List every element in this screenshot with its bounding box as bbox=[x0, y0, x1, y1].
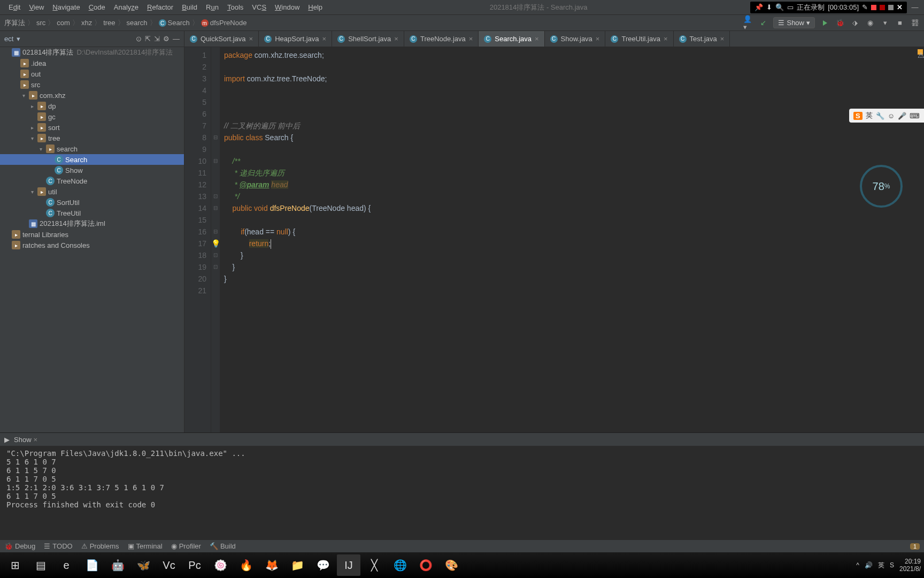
sync-icon[interactable]: ↙ bbox=[758, 18, 768, 28]
record-marker-icon[interactable] bbox=[888, 5, 894, 10]
crumb-method[interactable]: mdfsPreNode bbox=[201, 19, 247, 27]
ime-keyboard-icon[interactable]: ⌨ bbox=[910, 112, 920, 120]
run-button[interactable] bbox=[820, 18, 830, 28]
taskbar-app[interactable]: ⊞ bbox=[3, 554, 27, 576]
taskbar-app[interactable]: 🍥 bbox=[209, 554, 232, 576]
tree-row[interactable]: ▾▸tree bbox=[0, 133, 184, 143]
tree-row[interactable]: ▸.idea bbox=[0, 58, 184, 69]
tree-row[interactable]: CSortUtil bbox=[0, 197, 184, 208]
performance-gauge[interactable]: 78% bbox=[860, 165, 903, 208]
tree-row[interactable]: ▾▸util bbox=[0, 186, 184, 197]
tree-row[interactable]: ▸ratches and Consoles bbox=[0, 240, 184, 250]
taskbar-app[interactable]: ╳ bbox=[363, 554, 386, 576]
crumb-com[interactable]: com bbox=[57, 19, 70, 27]
editor-tab[interactable]: CTreeNode.java× bbox=[404, 31, 479, 47]
crumb-tree[interactable]: tree bbox=[103, 19, 115, 27]
taskbar-app[interactable]: e bbox=[55, 554, 78, 576]
ime-toolbar[interactable]: S 英 🔧 ☺ 🎤 ⌨ bbox=[849, 109, 924, 123]
menu-help[interactable]: Help bbox=[304, 3, 327, 11]
editor-tabs[interactable]: CQuickSort.java×CHeapSort.java×CShellSor… bbox=[184, 31, 924, 47]
toolwin-debug[interactable]: 🐞 Debug bbox=[4, 542, 35, 550]
close-icon[interactable]: × bbox=[249, 35, 253, 43]
line-number-gutter[interactable]: 123456789101112131415161718192021 bbox=[184, 47, 211, 432]
tree-row[interactable]: CShow bbox=[0, 165, 184, 176]
taskbar-app[interactable]: 🦊 bbox=[260, 554, 283, 576]
tree-row[interactable]: ▾▸com.xhz bbox=[0, 90, 184, 101]
ime-tool-icon[interactable]: 🔧 bbox=[876, 112, 884, 120]
menu-vcs[interactable]: VCS bbox=[248, 3, 271, 11]
tree-row[interactable]: ▸▸sort bbox=[0, 122, 184, 133]
windows-taskbar[interactable]: ⊞▤e📄🤖🦋VcPc🍥🔥🦊📁💬IJ╳🌐⭕🎨 ^ 🔊 英 S 20:19 2021… bbox=[0, 552, 924, 578]
taskbar-app[interactable]: 🌐 bbox=[388, 554, 412, 576]
menu-edit[interactable]: Edit bbox=[4, 3, 25, 11]
user-icon[interactable]: 👤▾ bbox=[743, 18, 753, 28]
tray-sogou[interactable]: S bbox=[890, 561, 894, 569]
taskbar-app[interactable]: Vc bbox=[157, 554, 181, 576]
close-icon[interactable]: × bbox=[664, 35, 668, 43]
code-area[interactable]: ⚠ package com.xhz.tree.search;import com… bbox=[220, 47, 924, 432]
editor-tab[interactable]: CQuickSort.java× bbox=[184, 31, 259, 47]
project-view-selector[interactable]: ect bbox=[4, 35, 13, 43]
tree-row[interactable]: CSearch bbox=[0, 154, 184, 165]
tree-row[interactable]: ▾▸search bbox=[0, 143, 184, 154]
taskbar-app[interactable]: 🦋 bbox=[132, 554, 155, 576]
taskbar-app[interactable]: 📄 bbox=[80, 554, 104, 576]
expand-all-icon[interactable]: ⇱ bbox=[145, 35, 151, 43]
tree-row[interactable]: ▦021814排序算法D:\DevInstall\2021814排序算法 bbox=[0, 47, 184, 58]
close-icon[interactable]: × bbox=[720, 35, 725, 43]
tray-sound-icon[interactable]: 🔊 bbox=[865, 561, 873, 569]
intention-bulb-icon[interactable]: 💡 bbox=[211, 238, 220, 249]
taskbar-clock[interactable]: 20:19 2021/8/ bbox=[899, 558, 921, 573]
taskbar-app[interactable]: 🔥 bbox=[234, 554, 258, 576]
tree-row[interactable]: CTreeUtil bbox=[0, 208, 184, 218]
tray-ime[interactable]: 英 bbox=[878, 561, 884, 570]
stop-button[interactable]: ■ bbox=[895, 18, 905, 28]
menu-refactor[interactable]: Refactor bbox=[143, 3, 178, 11]
taskbar-app[interactable]: 📁 bbox=[286, 554, 309, 576]
crumb-search[interactable]: search bbox=[127, 19, 148, 27]
tree-row[interactable]: ▸out bbox=[0, 69, 184, 79]
record-stop-icon[interactable] bbox=[880, 5, 885, 10]
console-tab[interactable]: Show × bbox=[14, 436, 37, 444]
taskbar-app[interactable]: 🤖 bbox=[106, 554, 129, 576]
close-icon[interactable]: × bbox=[596, 35, 600, 43]
warning-stripe-icon[interactable]: ⚠ bbox=[918, 49, 923, 55]
toolwin-profiler[interactable]: ◉ Profiler bbox=[171, 542, 201, 550]
taskbar-app[interactable]: 🎨 bbox=[440, 554, 463, 576]
crumb-xhz[interactable]: xhz bbox=[81, 19, 92, 27]
minimize-button[interactable]: — bbox=[910, 3, 920, 12]
tray-up-icon[interactable]: ^ bbox=[856, 561, 859, 569]
crumb-src[interactable]: src bbox=[36, 19, 45, 27]
ime-mic-icon[interactable]: 🎤 bbox=[898, 112, 906, 120]
crumb-class[interactable]: CSearch bbox=[159, 19, 190, 27]
toolwin-problems[interactable]: ⚠ Problems bbox=[81, 542, 119, 550]
translate-icon[interactable]: 䨻 bbox=[910, 18, 920, 28]
ime-smile-icon[interactable]: ☺ bbox=[888, 112, 895, 120]
close-icon[interactable]: × bbox=[34, 436, 38, 444]
event-badge[interactable]: 1 bbox=[910, 543, 920, 550]
profile-button[interactable]: ◉ bbox=[865, 18, 875, 28]
toolwin-terminal[interactable]: ▣ Terminal bbox=[128, 542, 163, 550]
console-output[interactable]: "C:\Program Files\Java\jdk1.8.0_211\bin\… bbox=[0, 446, 924, 539]
toolwin-build[interactable]: 🔨 Build bbox=[210, 542, 236, 550]
hide-icon[interactable]: — bbox=[173, 35, 180, 43]
recording-bar[interactable]: 📌 ⬇ 🔍 ▭ 正在录制 [00:03:05] ✎ ✕ bbox=[750, 2, 907, 13]
tree-row[interactable]: ▸src bbox=[0, 79, 184, 90]
editor-tab[interactable]: CShow.java× bbox=[545, 31, 606, 47]
menu-analyze[interactable]: Analyze bbox=[110, 3, 143, 11]
editor-tab[interactable]: CShellSort.java× bbox=[332, 31, 404, 47]
locate-icon[interactable]: ⊙ bbox=[136, 35, 142, 43]
run-config-selector[interactable]: ☰ Show ▾ bbox=[773, 17, 815, 28]
pencil-icon[interactable]: ✎ bbox=[862, 3, 868, 11]
menu-build[interactable]: Build bbox=[178, 3, 202, 11]
menu-run[interactable]: Run bbox=[202, 3, 223, 11]
taskbar-app[interactable]: 💬 bbox=[311, 554, 335, 576]
menu-view[interactable]: View bbox=[25, 3, 48, 11]
taskbar-app[interactable]: ▤ bbox=[29, 554, 52, 576]
collapse-all-icon[interactable]: ⇲ bbox=[154, 35, 160, 43]
debug-button[interactable]: 🐞 bbox=[835, 18, 845, 28]
attach-button[interactable]: ▾ bbox=[880, 18, 890, 28]
tree-row[interactable]: ▸▸dp bbox=[0, 101, 184, 111]
taskbar-app[interactable]: Pc bbox=[183, 554, 206, 576]
tree-row[interactable]: ▸gc bbox=[0, 111, 184, 122]
